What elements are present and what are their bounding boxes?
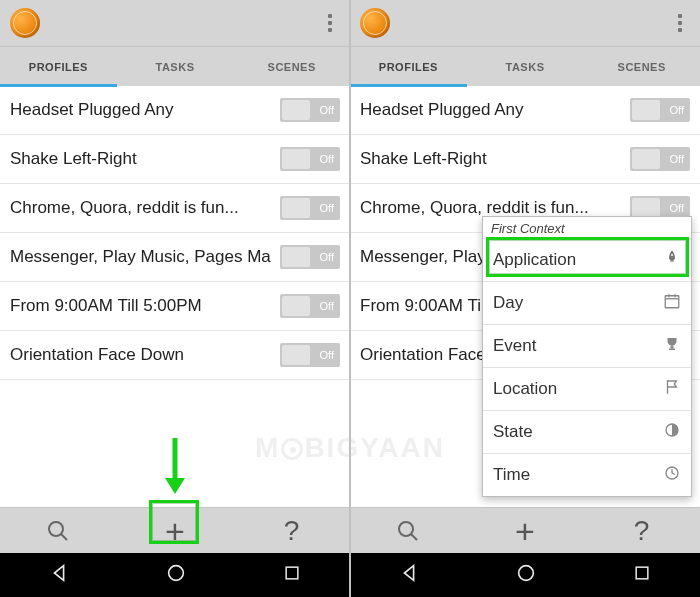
- tab-profiles[interactable]: PROFILES: [0, 47, 117, 86]
- circle-home-icon: [515, 562, 537, 584]
- search-icon: [396, 519, 420, 543]
- tab-tasks[interactable]: TASKS: [467, 47, 584, 86]
- svg-rect-9: [636, 567, 648, 579]
- toggle-switch[interactable]: Off: [280, 98, 340, 122]
- svg-rect-16: [669, 348, 675, 350]
- context-menu-title: First Context: [483, 217, 691, 238]
- list-item[interactable]: From 9:00AM Till 5:00PM Off: [0, 282, 350, 331]
- tasker-logo-icon: [360, 8, 390, 38]
- toggle-switch[interactable]: Off: [630, 98, 690, 122]
- overflow-menu-button[interactable]: [670, 14, 690, 32]
- nav-recents-button[interactable]: [282, 563, 302, 587]
- list-item[interactable]: Headset Plugged Any Off: [0, 86, 350, 135]
- tab-scenes[interactable]: SCENES: [583, 47, 700, 86]
- screen-divider: [349, 0, 351, 597]
- list-item[interactable]: Orientation Face Down Off: [0, 331, 350, 380]
- android-nav-bar: [350, 553, 700, 597]
- list-item[interactable]: Headset Plugged Any Off: [350, 86, 700, 135]
- context-item-application[interactable]: Application: [483, 238, 691, 281]
- plus-icon: +: [165, 514, 185, 548]
- add-button[interactable]: +: [495, 511, 555, 551]
- help-button[interactable]: ?: [262, 511, 322, 551]
- toggle-switch[interactable]: Off: [630, 147, 690, 171]
- first-context-menu: First Context Application Day Event: [482, 216, 692, 497]
- profile-label: From 9:00AM Till 5:00PM: [10, 296, 280, 316]
- tab-scenes[interactable]: SCENES: [233, 47, 350, 86]
- circle-home-icon: [165, 562, 187, 584]
- profile-label: Chrome, Quora, reddit is fun...: [10, 198, 280, 218]
- add-button[interactable]: +: [145, 511, 205, 551]
- toggle-switch[interactable]: Off: [280, 245, 340, 269]
- profile-label: Messenger, Play Music, Pages Ma: [10, 247, 280, 267]
- help-button[interactable]: ?: [612, 511, 672, 551]
- tasker-logo-icon: [10, 8, 40, 38]
- triangle-back-icon: [48, 562, 70, 584]
- plus-icon: +: [515, 514, 535, 548]
- context-item-time[interactable]: Time: [483, 453, 691, 496]
- svg-line-7: [411, 534, 417, 540]
- svg-rect-15: [671, 345, 674, 348]
- question-icon: ?: [284, 515, 300, 547]
- clock-icon: [663, 464, 681, 487]
- svg-line-1: [61, 534, 67, 540]
- svg-point-2: [169, 566, 184, 581]
- list-item[interactable]: Shake Left-Right Off: [0, 135, 350, 184]
- trophy-icon: [663, 335, 681, 358]
- context-item-day[interactable]: Day: [483, 281, 691, 324]
- square-recents-icon: [632, 563, 652, 583]
- svg-point-0: [49, 522, 63, 536]
- overflow-menu-button[interactable]: [320, 14, 340, 32]
- profile-label: Shake Left-Right: [360, 149, 630, 169]
- nav-home-button[interactable]: [165, 562, 187, 588]
- context-item-event[interactable]: Event: [483, 324, 691, 367]
- svg-line-21: [672, 473, 675, 475]
- nav-back-button[interactable]: [398, 562, 420, 588]
- nav-recents-button[interactable]: [632, 563, 652, 587]
- nav-back-button[interactable]: [48, 562, 70, 588]
- question-icon: ?: [634, 515, 650, 547]
- profile-label: Orientation Face Down: [10, 345, 280, 365]
- profile-label: Chrome, Quora, reddit is fun...: [360, 198, 630, 218]
- toggle-switch[interactable]: Off: [280, 294, 340, 318]
- tab-bar: PROFILES TASKS SCENES: [350, 46, 700, 86]
- list-item[interactable]: Chrome, Quora, reddit is fun... Off: [0, 184, 350, 233]
- context-item-label: Location: [493, 379, 557, 399]
- app-bar: [350, 0, 700, 46]
- bottom-action-bar: + ?: [350, 507, 700, 553]
- profile-label: Shake Left-Right: [10, 149, 280, 169]
- calendar-icon: [663, 292, 681, 315]
- flag-icon: [663, 378, 681, 401]
- profile-list: Headset Plugged Any Off Shake Left-Right…: [0, 86, 350, 507]
- screen-right: PROFILES TASKS SCENES Headset Plugged An…: [350, 0, 700, 597]
- svg-rect-11: [665, 295, 679, 307]
- square-recents-icon: [282, 563, 302, 583]
- svg-rect-3: [286, 567, 298, 579]
- tab-tasks[interactable]: TASKS: [117, 47, 234, 86]
- search-button[interactable]: [378, 511, 438, 551]
- triangle-back-icon: [398, 562, 420, 584]
- context-item-label: Day: [493, 293, 523, 313]
- profile-label: Headset Plugged Any: [360, 100, 630, 120]
- search-button[interactable]: [28, 511, 88, 551]
- context-item-label: State: [493, 422, 533, 442]
- svg-point-6: [399, 522, 413, 536]
- context-item-label: Time: [493, 465, 530, 485]
- search-icon: [46, 519, 70, 543]
- list-item[interactable]: Messenger, Play Music, Pages Ma Off: [0, 233, 350, 282]
- list-item[interactable]: Shake Left-Right Off: [350, 135, 700, 184]
- toggle-switch[interactable]: Off: [280, 147, 340, 171]
- android-nav-bar: [0, 553, 350, 597]
- profile-label: Headset Plugged Any: [10, 100, 280, 120]
- tab-bar: PROFILES TASKS SCENES: [0, 46, 350, 86]
- svg-point-10: [671, 254, 673, 256]
- screen-left: PROFILES TASKS SCENES Headset Plugged An…: [0, 0, 350, 597]
- rocket-icon: [663, 249, 681, 272]
- context-item-state[interactable]: State: [483, 410, 691, 453]
- context-item-location[interactable]: Location: [483, 367, 691, 410]
- app-bar: [0, 0, 350, 46]
- bottom-action-bar: + ?: [0, 507, 350, 553]
- toggle-switch[interactable]: Off: [280, 196, 340, 220]
- tab-profiles[interactable]: PROFILES: [350, 47, 467, 86]
- toggle-switch[interactable]: Off: [280, 343, 340, 367]
- nav-home-button[interactable]: [515, 562, 537, 588]
